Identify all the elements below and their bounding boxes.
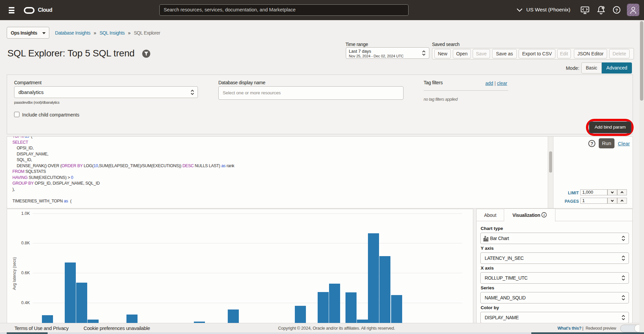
svg-text:i: i: [544, 213, 545, 217]
svg-text:?: ?: [615, 8, 618, 13]
